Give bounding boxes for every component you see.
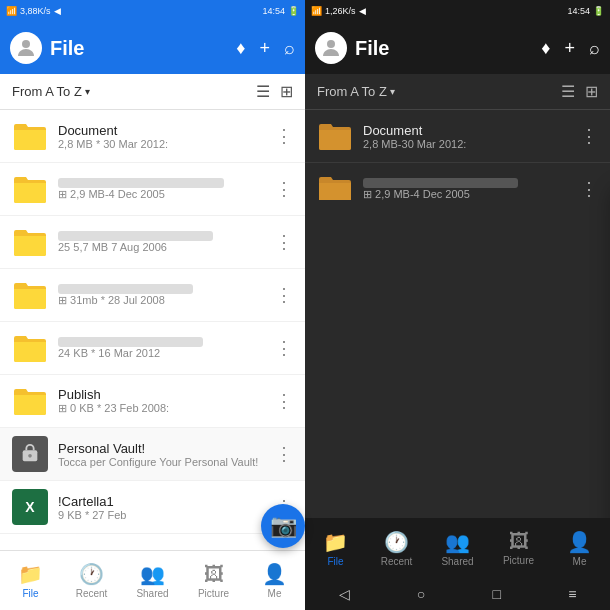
folder-icon <box>12 277 48 313</box>
folder-icon <box>12 383 48 419</box>
right-nav-item-file[interactable]: 📁 File <box>305 530 366 567</box>
right-sort-label[interactable]: From A To Z ▾ <box>317 84 561 99</box>
home-button[interactable]: ○ <box>417 586 425 602</box>
right-nav-item-shared[interactable]: 👥 Shared <box>427 530 488 567</box>
right-grid-icon[interactable]: ⊞ <box>585 82 598 101</box>
diamond-icon[interactable]: ♦ <box>236 38 245 59</box>
list-item[interactable]: ⊞ 2,9 MB-4 Dec 2005 ⋮ <box>0 163 305 216</box>
right-nav-item-recent[interactable]: 🕐 Recent <box>366 530 427 567</box>
more-icon[interactable]: ⋮ <box>275 125 293 147</box>
sort-icons: ☰ ⊞ <box>256 82 293 101</box>
file-name: Document <box>363 123 570 138</box>
file-meta: 25 5,7 MB 7 Aug 2006 <box>58 241 265 253</box>
file-meta: 2,8 MB * 30 Mar 2012: <box>58 138 265 150</box>
right-file-nav-icon: 📁 <box>323 530 348 554</box>
right-search-icon[interactable]: ⌕ <box>589 38 600 59</box>
picture-nav-icon: 🖼 <box>204 563 224 586</box>
search-icon[interactable]: ⌕ <box>284 38 295 59</box>
right-nav-item-picture[interactable]: 🖼 Picture <box>488 530 549 566</box>
right-sort-bar: From A To Z ▾ ☰ ⊞ <box>305 74 610 110</box>
right-me-nav-icon: 👤 <box>567 530 592 554</box>
more-icon[interactable]: ⋮ <box>275 337 293 359</box>
list-item[interactable]: ⊞ 31mb * 28 Jul 2008 ⋮ <box>0 269 305 322</box>
chevron-down-icon: ▾ <box>85 86 90 97</box>
nav-item-file[interactable]: 📁 File <box>0 562 61 599</box>
file-meta: Tocca per Configure Your Personal Vault! <box>58 456 265 468</box>
recents-button[interactable]: □ <box>493 586 501 602</box>
right-add-icon[interactable]: + <box>564 38 575 59</box>
folder-icon <box>12 330 48 366</box>
right-recent-nav-label: Recent <box>381 556 413 567</box>
chevron-down-icon: ▾ <box>390 86 395 97</box>
nav-item-recent[interactable]: 🕐 Recent <box>61 562 122 599</box>
right-avatar[interactable] <box>315 32 347 64</box>
right-app-title: File <box>355 37 533 60</box>
file-info: ⊞ 31mb * 28 Jul 2008 <box>58 284 265 307</box>
more-icon[interactable]: ⋮ <box>275 231 293 253</box>
right-file-list: Document 2,8 MB-30 Mar 2012: ⋮ ⊞ 2,9 MB-… <box>305 110 610 200</box>
file-info: ⊞ 2,9 MB-4 Dec 2005 <box>58 178 265 201</box>
file-info: Document 2,8 MB * 30 Mar 2012: <box>58 123 265 150</box>
file-name: Document <box>58 123 265 138</box>
nav-item-picture[interactable]: 🖼 Picture <box>183 563 244 599</box>
left-status-left: 📶 3,88K/s ◀ <box>6 6 61 16</box>
right-picture-nav-icon: 🖼 <box>509 530 529 553</box>
excel-icon: X <box>12 489 48 525</box>
more-icon[interactable]: ⋮ <box>275 178 293 200</box>
android-nav-bar: ◁ ○ □ ≡ <box>305 578 610 610</box>
file-meta: 2,8 MB-30 Mar 2012: <box>363 138 570 150</box>
list-item[interactable]: Publish ⊞ 0 KB * 23 Feb 2008: ⋮ <box>0 375 305 428</box>
right-diamond-icon[interactable]: ♦ <box>541 38 550 59</box>
vault-icon <box>12 436 48 472</box>
me-nav-icon: 👤 <box>262 562 287 586</box>
folder-icon <box>317 171 353 200</box>
list-item[interactable]: Document 2,8 MB-30 Mar 2012: ⋮ <box>305 110 610 163</box>
list-item[interactable]: X !Cartella1 9 KB * 27 Feb ⋮ <box>0 481 305 534</box>
more-icon[interactable]: ⋮ <box>580 125 598 147</box>
more-icon[interactable]: ⋮ <box>275 284 293 306</box>
signal-speed: 3,88K/s <box>20 6 51 16</box>
folder-icon <box>12 118 48 154</box>
left-status-right: 14:54 🔋 <box>262 6 299 16</box>
more-icon[interactable]: ⋮ <box>275 443 293 465</box>
file-nav-label: File <box>22 588 38 599</box>
svg-point-3 <box>327 40 335 48</box>
file-info: Publish ⊞ 0 KB * 23 Feb 2008: <box>58 387 265 415</box>
recent-nav-label: Recent <box>76 588 108 599</box>
file-name: !Cartella1 <box>58 494 265 509</box>
more-icon[interactable]: ⋮ <box>580 178 598 200</box>
file-name <box>58 178 224 188</box>
camera-fab[interactable]: 📷 <box>261 504 305 548</box>
right-recent-nav-icon: 🕐 <box>384 530 409 554</box>
avatar[interactable] <box>10 32 42 64</box>
menu-button[interactable]: ≡ <box>568 586 576 602</box>
filter-icon[interactable]: ☰ <box>256 82 270 101</box>
nav-item-shared[interactable]: 👥 Shared <box>122 562 183 599</box>
battery-icon: 🔋 <box>593 6 604 16</box>
file-name <box>58 337 203 347</box>
left-bottom-nav: 📁 File 🕐 Recent 👥 Shared 🖼 Picture 👤 Me <box>0 550 305 610</box>
back-button[interactable]: ◁ <box>339 586 350 602</box>
list-item[interactable]: 24 KB * 16 Mar 2012 ⋮ <box>0 322 305 375</box>
personal-vault-item[interactable]: Personal Vault! Tocca per Configure Your… <box>0 428 305 481</box>
left-file-list: Document 2,8 MB * 30 Mar 2012: ⋮ ⊞ 2,9 M… <box>0 110 305 550</box>
nav-item-me[interactable]: 👤 Me <box>244 562 305 599</box>
left-top-bar: File ♦ + ⌕ <box>0 22 305 74</box>
left-sort-label[interactable]: From A To Z ▾ <box>12 84 256 99</box>
grid-icon[interactable]: ⊞ <box>280 82 293 101</box>
right-status-left: 📶 1,26K/s ◀ <box>311 6 366 16</box>
right-time: 14:54 <box>567 6 590 16</box>
more-icon[interactable]: ⋮ <box>275 390 293 412</box>
right-panel: 📶 1,26K/s ◀ 14:54 🔋 File ♦ + ⌕ From A To… <box>305 0 610 610</box>
right-status-bar: 📶 1,26K/s ◀ 14:54 🔋 <box>305 0 610 22</box>
recent-nav-icon: 🕐 <box>79 562 104 586</box>
right-file-nav-label: File <box>327 556 343 567</box>
add-icon[interactable]: + <box>259 38 270 59</box>
right-filter-icon[interactable]: ☰ <box>561 82 575 101</box>
list-item[interactable]: Document 2,8 MB * 30 Mar 2012: ⋮ <box>0 110 305 163</box>
right-signal-speed: 1,26K/s <box>325 6 356 16</box>
list-item[interactable]: 25 5,7 MB 7 Aug 2006 ⋮ <box>0 216 305 269</box>
right-nav-item-me[interactable]: 👤 Me <box>549 530 610 567</box>
list-item[interactable]: ⊞ 2,9 MB-4 Dec 2005 ⋮ <box>305 163 610 200</box>
file-info: Personal Vault! Tocca per Configure Your… <box>58 441 265 468</box>
